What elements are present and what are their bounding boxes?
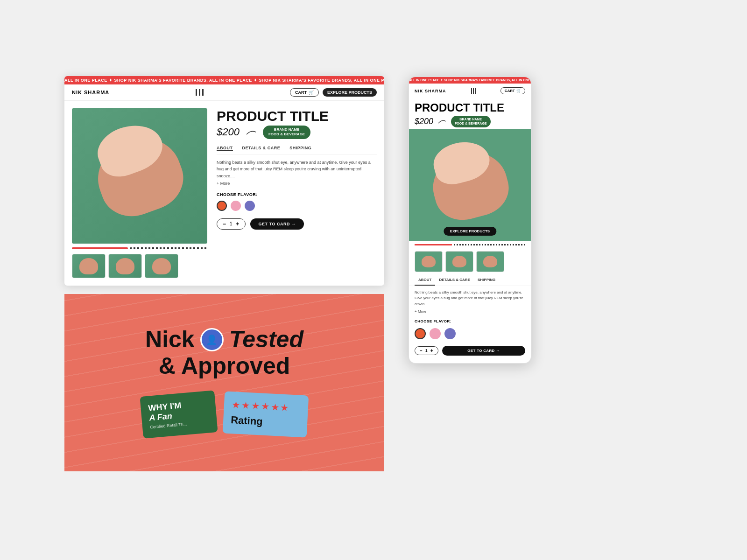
cards-row: WHY I'M A Fan Certified Retail Th... ★ ★… (78, 393, 370, 435)
mobile-main-image: EXPLORE PRODUCTS (409, 129, 531, 241)
mobile-nav: NIK SHARMA CART 🛒 (409, 84, 531, 98)
product-title: PRODUCT TITLE (217, 108, 377, 124)
flavor-dot-1[interactable] (217, 201, 227, 211)
qty-increase-button[interactable]: + (236, 221, 240, 227)
cart-icon: 🛒 (309, 90, 314, 95)
desktop-nav: NIK SHARMA CART 🛒 EXPLORE PRODUCTS (64, 84, 384, 101)
mobile-price-row: $200 BRAND NAME FOOD & BEVERAGE (409, 114, 531, 129)
rating-text: Rating (230, 414, 300, 430)
desktop-logo: NIK SHARMA (72, 90, 109, 95)
flavor-dots (217, 201, 377, 211)
nav-right: CART 🛒 EXPLORE PRODUCTS (290, 88, 377, 97)
thumb-inner-3 (145, 254, 178, 278)
mobile-ticker: ALL IN ONE PLACE ✦ SHOP NIK SHARMA'S FAV… (409, 77, 531, 84)
mobile-qty-decrease[interactable]: − (420, 348, 423, 353)
brand-sub: FOOD & BEVERAGE (268, 132, 305, 137)
cart-button[interactable]: CART 🛒 (290, 88, 319, 97)
mobile-nav-line-1 (471, 88, 472, 94)
pink-section: Nick 👤 Tested & Approved WHY I'M A Fan C… (64, 294, 384, 471)
mobile-tab-shipping[interactable]: SHIPPING (474, 275, 499, 286)
flavor-dot-2[interactable] (231, 201, 241, 211)
brand-name: BRAND NAME (268, 127, 305, 132)
nav-line-3 (202, 89, 204, 96)
more-link[interactable]: + More (217, 181, 377, 186)
mobile-qty-increase[interactable]: + (430, 348, 433, 353)
mobile-brand-sub: FOOD & BEVERAGE (455, 121, 486, 126)
mobile-tab-details[interactable]: DETAILS & CARE (435, 275, 474, 286)
mobile-thumbnail-3[interactable] (476, 251, 504, 272)
mobile-thumb-hand-3 (483, 256, 497, 267)
tab-shipping[interactable]: SHIPPING (289, 146, 311, 151)
thumbnail-1[interactable] (72, 254, 106, 278)
mobile-thumbnail-2[interactable] (445, 251, 473, 272)
mobile-product-price: $200 (415, 117, 433, 126)
mobile-tab-about[interactable]: ABOUT (415, 275, 435, 286)
ticker-text: ALL IN ONE PLACE ✦ SHOP NIK SHARMA'S FAV… (64, 78, 384, 83)
mobile-qty-value: 1 (425, 348, 428, 353)
nick-text: Nick (145, 327, 195, 352)
star-3: ★ (251, 400, 260, 412)
qty-value: 1 (230, 221, 233, 226)
mobile-flavor-dots (409, 325, 531, 342)
tested-text: Tested (229, 327, 303, 352)
rating-stars: ★ ★ ★ ★ ★ ★ (231, 399, 301, 414)
thumbnails (72, 254, 207, 278)
ticker-bar: ALL IN ONE PLACE ✦ SHOP NIK SHARMA'S FAV… (64, 76, 384, 84)
mobile-quantity-control: − 1 + (415, 346, 438, 355)
star-6: ★ (280, 402, 289, 413)
mobile-thumb-hand-2 (452, 256, 466, 267)
thumb-hand-3 (152, 258, 171, 274)
mobile-progress-bar-row (415, 244, 525, 245)
mobile-nav-lines (471, 88, 476, 94)
mobile-flavor-dot-2[interactable] (430, 328, 441, 339)
product-images (72, 108, 207, 278)
tab-details-care[interactable]: DETAILS & CARE (242, 146, 281, 151)
star-4: ★ (261, 400, 269, 412)
tab-about[interactable]: ABOUT (217, 146, 233, 151)
mobile-hand-shape (425, 144, 514, 226)
mobile-more-link[interactable]: + More (409, 309, 531, 317)
thumbnail-2[interactable] (108, 254, 142, 278)
mobile-thumbnails (409, 248, 531, 275)
mobile-choose-flavor-label: CHOOSE FLAVOR: (409, 317, 531, 325)
choose-flavor-label: CHOOSE FLAVOR: (217, 192, 377, 197)
mobile-progress-red (415, 244, 452, 245)
mobile-flavor-dot-1[interactable] (415, 328, 426, 339)
flavor-dot-3[interactable] (245, 201, 255, 211)
mobile-thumbnail-1[interactable] (415, 251, 443, 272)
thumb-hand-2 (116, 258, 134, 274)
product-details: PRODUCT TITLE $200 BRAND NAME FOOD & BEV… (217, 108, 377, 278)
nav-line-2 (199, 89, 200, 96)
fan-card: WHY I'M A Fan Certified Retail Th... (140, 390, 218, 439)
explore-products-button[interactable]: EXPLORE PRODUCTS (323, 88, 377, 97)
product-area: PRODUCT TITLE $200 BRAND NAME FOOD & BEV… (64, 101, 384, 286)
mobile-get-to-card-button[interactable]: GET TO CARD → (442, 346, 525, 356)
mobile-flavor-dot-3[interactable] (444, 328, 456, 339)
mobile-ticker-text: ALL IN ONE PLACE ✦ SHOP NIK SHARMA'S FAV… (409, 78, 531, 82)
main-product-image (72, 108, 207, 244)
cursive-decor (244, 127, 258, 137)
mobile-cream-blob (429, 136, 493, 189)
star-5: ★ (270, 401, 279, 413)
mobile-explore-overlay[interactable]: EXPLORE PRODUCTS (444, 227, 496, 236)
mobile-nav-line-2 (473, 88, 474, 94)
nick-avatar: 👤 (200, 328, 224, 351)
get-to-card-button[interactable]: GET TO CARD → (250, 218, 304, 230)
thumb-inner-1 (72, 254, 105, 278)
mobile-cursive-decor (437, 118, 447, 125)
nick-title: Nick 👤 Tested (78, 327, 370, 352)
qty-decrease-button[interactable]: − (223, 221, 226, 227)
price-brand-row: $200 BRAND NAME FOOD & BEVERAGE (217, 126, 377, 139)
mobile-brand-tag: BRAND NAME FOOD & BEVERAGE (451, 116, 490, 127)
mobile-mockup: ALL IN ONE PLACE ✦ SHOP NIK SHARMA'S FAV… (408, 76, 532, 364)
brand-tag: BRAND NAME FOOD & BEVERAGE (263, 126, 310, 139)
approved-text: & Approved (78, 352, 370, 379)
nick-section: Nick 👤 Tested & Approved (78, 313, 370, 379)
quantity-control: − 1 + (217, 218, 246, 230)
mobile-thumb-hand-1 (422, 256, 436, 267)
progress-bar-row (72, 247, 207, 249)
mobile-logo: NIK SHARMA (415, 89, 446, 93)
cart-label: CART (295, 90, 307, 95)
mobile-cart-button[interactable]: CART 🛒 (500, 87, 525, 94)
thumbnail-3[interactable] (145, 254, 178, 278)
